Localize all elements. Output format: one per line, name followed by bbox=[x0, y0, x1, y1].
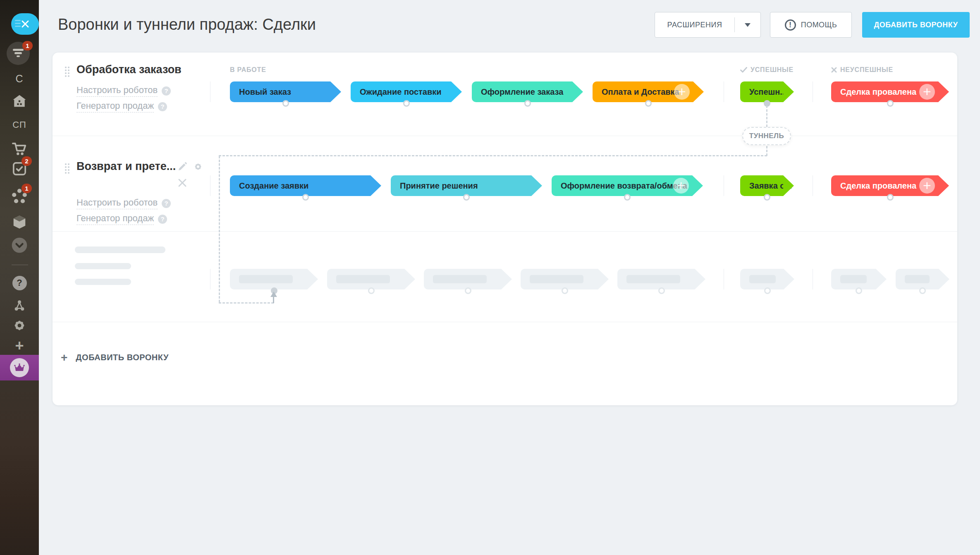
sidebar-close-menu-button[interactable] bbox=[11, 13, 39, 35]
add-stage-button[interactable]: + bbox=[673, 178, 689, 194]
sidebar-item-company[interactable] bbox=[0, 93, 39, 108]
extensions-button[interactable]: РАСШИРЕНИЯ bbox=[655, 12, 761, 38]
delete-x-icon[interactable] bbox=[178, 178, 187, 187]
stage-label: Оплата и Доставка bbox=[602, 87, 679, 97]
edit-pencil-icon[interactable] bbox=[177, 162, 187, 172]
stage-connector-dot[interactable] bbox=[271, 287, 277, 294]
question-icon[interactable]: ? bbox=[162, 199, 171, 208]
add-funnel-button[interactable]: ДОБАВИТЬ ВОРОНКУ bbox=[862, 12, 970, 38]
stage-connector-dot[interactable] bbox=[856, 287, 862, 294]
sidebar-item-crm-funnel-active[interactable]: 1 bbox=[7, 42, 30, 65]
plus-icon: + bbox=[15, 337, 24, 354]
funnel-stage[interactable]: Создание заявки bbox=[230, 175, 370, 196]
sidebar-item-community[interactable]: 1 bbox=[0, 187, 39, 206]
column-divider bbox=[210, 269, 210, 289]
hamburger-icon bbox=[15, 20, 21, 28]
stage-connector-dot[interactable] bbox=[368, 287, 375, 294]
skeleton-stage bbox=[831, 269, 876, 289]
stage-label: Создание заявки bbox=[239, 181, 308, 191]
sidebar-item-shop[interactable] bbox=[0, 141, 39, 157]
add-funnel-label: ДОБАВИТЬ ВОРОНКУ bbox=[874, 21, 958, 29]
funnel-stage[interactable]: Заявка о... bbox=[740, 175, 783, 196]
stage-label: Сделка провалена bbox=[840, 87, 916, 97]
column-header-fail: НЕУСПЕШНЫЕ bbox=[831, 66, 893, 74]
skeleton-stage bbox=[327, 269, 404, 289]
question-icon[interactable]: ? bbox=[162, 86, 171, 96]
sidebar-item-apps[interactable] bbox=[0, 213, 39, 231]
exclamation-icon: ! bbox=[785, 19, 796, 31]
sidebar-add-button[interactable]: + bbox=[0, 338, 39, 353]
settings-gear-icon[interactable] bbox=[193, 162, 203, 172]
configure-robots-label: Настроить роботов bbox=[76, 85, 158, 97]
funnel-stage[interactable]: Новый заказ bbox=[230, 81, 330, 102]
stage-connector-dot[interactable] bbox=[282, 100, 289, 107]
add-stage-button[interactable]: + bbox=[919, 178, 935, 194]
sidebar-item-sp[interactable]: СП bbox=[0, 117, 39, 132]
skeleton-stage bbox=[424, 269, 501, 289]
sidebar-item-crm[interactable]: C bbox=[0, 71, 39, 86]
funnel-stage[interactable]: Оформление заказа bbox=[472, 81, 572, 102]
in-progress-label: В РАБОТЕ bbox=[230, 66, 266, 74]
question-icon[interactable]: ? bbox=[158, 102, 167, 111]
skeleton-stage-bar bbox=[336, 275, 390, 283]
funnel-row-order-processing: Обработка заказов Настроить роботов ? Ге… bbox=[53, 53, 957, 136]
add-stage-button[interactable]: + bbox=[919, 84, 935, 100]
help-button[interactable]: ! ПОМОЩЬ bbox=[770, 12, 852, 38]
stage-connector-dot[interactable] bbox=[465, 287, 471, 294]
stage-connector-dot[interactable] bbox=[764, 194, 770, 201]
question-icon[interactable]: ? bbox=[158, 215, 167, 224]
help-label: ПОМОЩЬ bbox=[801, 21, 837, 29]
funnel-stage[interactable]: Успешн... bbox=[740, 81, 783, 102]
skeleton-stage-bar bbox=[530, 275, 583, 283]
stage-connector-dot[interactable] bbox=[764, 287, 771, 294]
column-divider bbox=[724, 81, 724, 102]
add-stage-button[interactable]: + bbox=[674, 84, 690, 100]
tunnel-badge[interactable]: ТУННЕЛЬ bbox=[742, 127, 791, 145]
funnel-stage[interactable]: Оформление возврата/обмена+ bbox=[552, 175, 692, 196]
stage-connector-dot[interactable] bbox=[562, 287, 568, 294]
stage-connector-dot[interactable] bbox=[887, 194, 894, 201]
funnel-icon bbox=[12, 48, 24, 59]
add-funnel-row: + ДОБАВИТЬ ВОРОНКУ bbox=[53, 322, 957, 405]
column-divider bbox=[813, 269, 813, 289]
funnel-title[interactable]: Обработка заказов bbox=[76, 63, 182, 76]
fail-label: НЕУСПЕШНЫЕ bbox=[840, 66, 893, 74]
sales-generator-label: Генератор продаж bbox=[76, 213, 154, 225]
funnel-stage[interactable]: Ожидание поставки bbox=[351, 81, 451, 102]
sidebar-upgrade-plan-button[interactable] bbox=[0, 355, 39, 380]
stage-connector-dot[interactable] bbox=[403, 100, 410, 107]
funnel-stage[interactable]: Сделка провалена+ bbox=[831, 175, 938, 196]
stage-connector-dot[interactable] bbox=[764, 100, 770, 107]
configure-robots-link[interactable]: Настроить роботов ? bbox=[76, 85, 171, 97]
sidebar-share-button[interactable] bbox=[0, 299, 39, 313]
stage-connector-dot[interactable] bbox=[524, 100, 531, 107]
configure-robots-link[interactable]: Настроить роботов ? bbox=[76, 197, 171, 209]
stage-connector-dot[interactable] bbox=[645, 100, 652, 107]
crm-counter-badge: 1 bbox=[22, 41, 33, 50]
stage-connector-dot[interactable] bbox=[658, 287, 665, 294]
sidebar-item-tasks[interactable]: 2 bbox=[0, 160, 39, 177]
sidebar-settings-button[interactable] bbox=[0, 318, 39, 333]
stage-connector-dot[interactable] bbox=[624, 194, 631, 201]
skeleton-stage-bar bbox=[749, 275, 776, 283]
sales-generator-link[interactable]: Генератор продаж ? bbox=[76, 213, 167, 225]
add-funnel-bottom-button[interactable]: + ДОБАВИТЬ ВОРОНКУ bbox=[61, 353, 169, 362]
funnel-stage[interactable]: Оплата и Доставка+ bbox=[593, 81, 693, 102]
stage-connector-dot[interactable] bbox=[919, 287, 926, 294]
funnel-title[interactable]: Возврат и прете... bbox=[76, 160, 176, 173]
extensions-dropdown-toggle[interactable] bbox=[735, 23, 760, 27]
sidebar: 1 C СП 2 bbox=[0, 0, 39, 555]
stage-connector-dot[interactable] bbox=[463, 194, 470, 201]
sidebar-collapse-button[interactable] bbox=[0, 237, 39, 254]
drag-handle[interactable] bbox=[65, 163, 71, 174]
stage-connector-dot[interactable] bbox=[302, 194, 309, 201]
stage-connector-dot[interactable] bbox=[887, 100, 894, 107]
sidebar-help-button[interactable]: ? bbox=[0, 275, 39, 290]
community-counter-badge: 1 bbox=[22, 184, 32, 193]
crm-letter-icon: C bbox=[15, 73, 23, 85]
column-header-success: УСПЕШНЫЕ bbox=[740, 66, 794, 74]
drag-handle[interactable] bbox=[65, 67, 71, 77]
sales-generator-link[interactable]: Генератор продаж ? bbox=[76, 100, 167, 112]
funnel-stage[interactable]: Сделка провалена+ bbox=[831, 81, 938, 102]
funnel-stage[interactable]: Принятие решения bbox=[391, 175, 531, 196]
